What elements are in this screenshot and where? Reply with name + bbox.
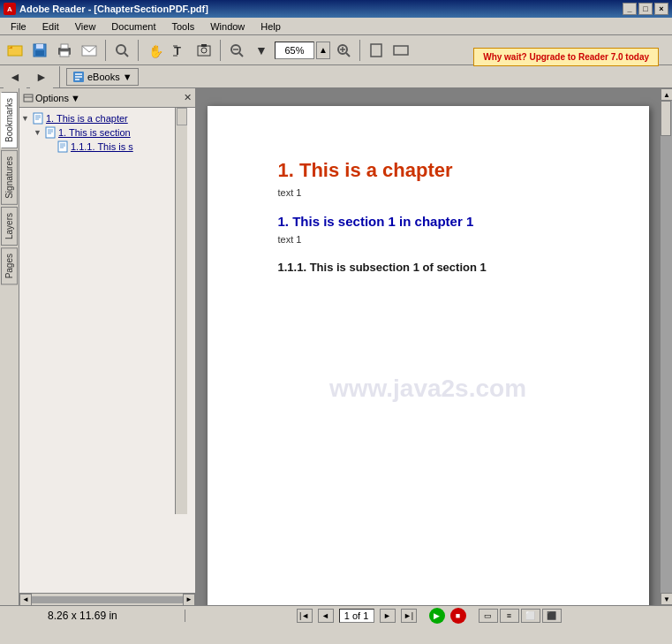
minimize-button[interactable]: _ <box>623 3 637 15</box>
maximize-button[interactable]: □ <box>638 3 653 15</box>
scroll-up-arrow[interactable]: ▲ <box>661 88 672 101</box>
status-bar: 8.26 x 11.69 in |◄ ◄ 1 of 1 ► ►| ▶ ■ ▭ ≡… <box>0 605 672 625</box>
tab-layers[interactable]: Layers <box>1 207 18 246</box>
bookmark-item-subsection[interactable]: 1.1.1. This is s <box>46 140 193 154</box>
scroll-thumb[interactable] <box>661 101 671 136</box>
zoom-input[interactable]: 65% <box>275 42 314 59</box>
watermark: www.java2s.com <box>329 375 526 403</box>
panel-scroll-track <box>32 596 183 603</box>
pdf-viewer: ▲ ▼ www.java2s.com 1. This is a chapter … <box>196 88 672 605</box>
fit-width-button[interactable] <box>389 39 412 62</box>
stop-button[interactable]: ■ <box>450 608 466 624</box>
pdf-scrollbar-vertical[interactable]: ▲ ▼ <box>660 88 672 605</box>
pdf-page: www.java2s.com 1. This is a chapter text… <box>208 106 649 605</box>
panel-horizontal-scroll[interactable]: ◄ ► <box>19 593 195 605</box>
prev-page-button[interactable]: ◄ <box>4 65 26 88</box>
bookmark-tree: ▼ 1. This is a chapter ▼ 1. This is sect… <box>19 108 195 593</box>
tab-pages[interactable]: Pages <box>1 247 18 284</box>
panel-scroll-right[interactable]: ► <box>183 594 195 606</box>
bookmark-item-section[interactable]: ▼ 1. This is section <box>34 125 193 140</box>
options-button[interactable]: Options ▼ <box>23 93 80 103</box>
panel-header: Options ▼ ✕ <box>19 88 195 108</box>
two-page-button[interactable]: ⬜ <box>521 609 540 623</box>
menu-window[interactable]: Window <box>203 19 252 34</box>
main-area: Bookmarks Signatures Layers Pages Option… <box>0 88 672 605</box>
email-button[interactable] <box>78 39 101 62</box>
bookmark-doc-icon <box>32 112 44 125</box>
svg-rect-6 <box>61 44 68 49</box>
section-title: 1. This is section 1 in chapter 1 <box>278 214 596 229</box>
close-button[interactable]: × <box>654 3 668 15</box>
zoom-container: 65% ▲ <box>275 42 330 59</box>
bookmark-text-subsection: 1.1.1. This is s <box>71 141 133 152</box>
ad-text: Why wait? Upgrade to Reader 7.0 today <box>483 52 649 62</box>
pdf-scroll-area[interactable]: www.java2s.com 1. This is a chapter text… <box>196 88 660 605</box>
panel-icon <box>23 93 34 103</box>
chapter-body-text: text 1 <box>278 187 596 198</box>
zoom-dropdown-arrow[interactable]: ▼ <box>250 39 273 62</box>
svg-rect-17 <box>201 44 207 47</box>
page-input[interactable]: 1 of 1 <box>339 609 374 623</box>
svg-text:✋: ✋ <box>148 44 162 58</box>
ebooks-button[interactable]: eBooks ▼ <box>66 68 139 86</box>
hand-tool-button[interactable]: ✋ <box>143 39 166 62</box>
svg-line-10 <box>125 53 128 57</box>
print-button[interactable] <box>53 39 76 62</box>
menu-file[interactable]: File <box>4 19 34 34</box>
single-page-button[interactable]: ▭ <box>479 609 498 623</box>
continuous-button[interactable]: ≡ <box>500 609 519 623</box>
two-continuous-button[interactable]: ⬛ <box>542 609 562 623</box>
svg-rect-7 <box>60 51 69 57</box>
ad-banner[interactable]: Why wait? Upgrade to Reader 7.0 today <box>473 48 659 66</box>
panel-close-button[interactable]: ✕ <box>184 92 192 103</box>
svg-rect-33 <box>34 113 42 124</box>
bookmark-item-chapter[interactable]: ▼ 1. This is a chapter <box>21 111 193 125</box>
tab-signatures[interactable]: Signatures <box>1 150 18 205</box>
section-body-text: text 1 <box>278 234 596 245</box>
separator-1 <box>105 40 106 61</box>
search-button[interactable] <box>110 39 133 62</box>
menu-document[interactable]: Document <box>104 19 162 34</box>
scroll-down-arrow[interactable]: ▼ <box>661 593 672 605</box>
status-dimensions: 8.26 x 11.69 in <box>0 610 185 622</box>
menu-view[interactable]: View <box>68 19 103 34</box>
zoom-out-button[interactable] <box>225 39 248 62</box>
bookmark-doc-icon-3 <box>57 140 69 153</box>
svg-rect-4 <box>35 50 44 56</box>
prev-page-nav-button[interactable]: ◄ <box>318 609 334 623</box>
first-page-button[interactable]: |◄ <box>297 609 313 623</box>
status-navigation: |◄ ◄ 1 of 1 ► ►| ▶ ■ ▭ ≡ ⬜ ⬛ <box>185 608 672 624</box>
fit-page-button[interactable] <box>365 39 388 62</box>
open-button[interactable] <box>4 39 26 62</box>
scroll-track <box>661 101 672 593</box>
zoom-in-button[interactable] <box>332 39 355 62</box>
panel-dropdown-icon: ▼ <box>71 93 80 103</box>
menu-tools[interactable]: Tools <box>165 19 202 34</box>
play-button[interactable]: ▶ <box>429 608 445 624</box>
svg-point-16 <box>201 48 207 53</box>
bookmark-text-chapter: 1. This is a chapter <box>46 113 128 124</box>
menu-edit[interactable]: Edit <box>35 19 66 34</box>
zoom-spinner-up[interactable]: ▲ <box>316 42 330 59</box>
title-bar: A Adobe Reader - [ChapterSectionPDF.pdf]… <box>0 0 672 18</box>
next-page-nav-button[interactable]: ► <box>380 609 396 623</box>
expand-icon-section: ▼ <box>34 128 42 137</box>
snapshot-button[interactable] <box>193 39 215 62</box>
separator-4 <box>359 40 360 61</box>
save-button[interactable] <box>28 39 51 62</box>
menu-help[interactable]: Help <box>253 19 288 34</box>
title-bar-buttons[interactable]: _ □ × <box>623 3 668 15</box>
separator-2 <box>138 40 139 61</box>
panel-scroll-thumb[interactable] <box>177 108 187 125</box>
next-page-button[interactable]: ► <box>30 65 53 88</box>
panel-scrollbar[interactable] <box>175 108 187 514</box>
text-select-button[interactable]: T <box>168 39 191 62</box>
chapter-title: 1. This is a chapter <box>278 159 596 182</box>
panel-scroll-left[interactable]: ◄ <box>19 594 32 606</box>
bookmark-text-section: 1. This is section <box>58 127 131 138</box>
ebooks-icon <box>72 71 85 83</box>
last-page-button[interactable]: ►| <box>401 609 417 623</box>
tab-bookmarks[interactable]: Bookmarks <box>1 92 18 148</box>
ebooks-label: eBooks <box>87 72 120 82</box>
dimensions-text: 8.26 x 11.69 in <box>48 610 117 622</box>
